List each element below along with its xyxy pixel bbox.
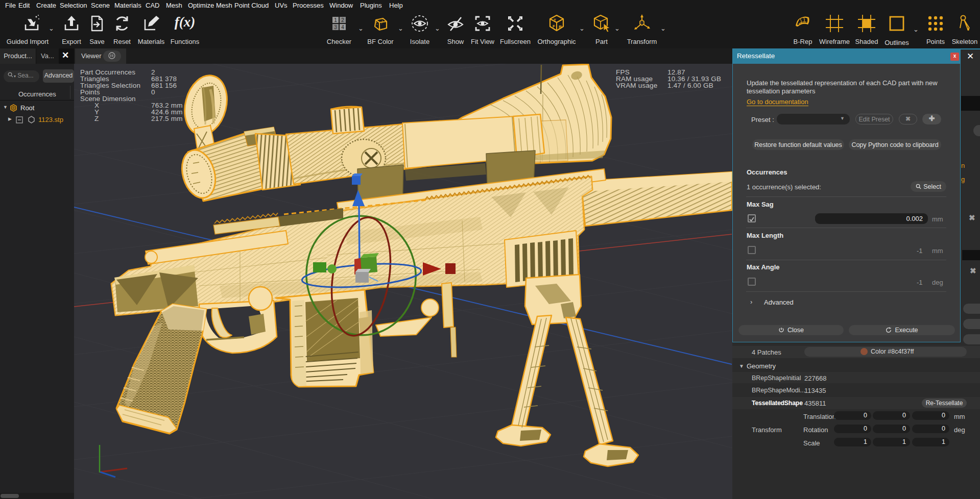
svg-text:2: 2 [341, 17, 344, 23]
svg-text:F: F [553, 24, 555, 29]
svg-text:T: T [554, 18, 556, 22]
svg-text:3: 3 [334, 24, 337, 30]
svg-text:4: 4 [341, 24, 344, 30]
svg-text:1: 1 [334, 17, 337, 23]
svg-text:R: R [559, 24, 562, 29]
